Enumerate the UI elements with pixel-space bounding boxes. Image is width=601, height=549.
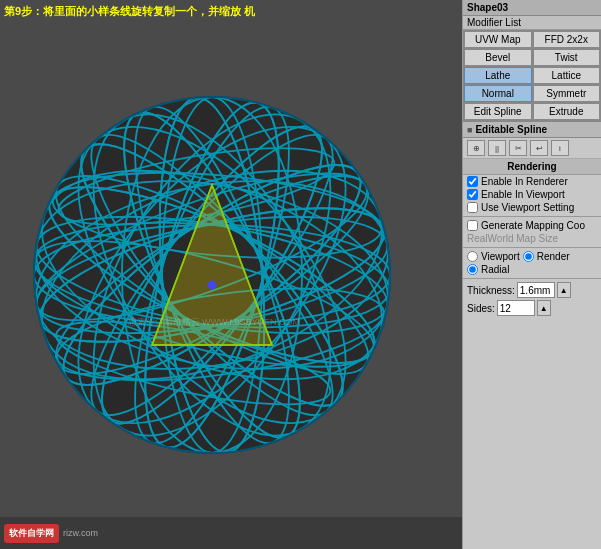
- separator-2: [463, 247, 601, 248]
- realworld-map-option: RealWorld Map Size: [463, 232, 601, 245]
- modifier-ffd[interactable]: FFD 2x2x: [533, 31, 601, 48]
- renderer-radio-label: Render: [537, 251, 570, 262]
- editable-spline-section[interactable]: ■ Editable Spline: [463, 122, 601, 138]
- sides-label: Sides:: [467, 303, 495, 314]
- generate-mapping-option[interactable]: Generate Mapping Coo: [463, 219, 601, 232]
- modifier-list-label: Modifier List: [463, 16, 601, 30]
- right-panel: Shape03 Modifier List UVW Map FFD 2x2x B…: [462, 0, 601, 549]
- generate-mapping-checkbox[interactable]: [467, 220, 478, 231]
- modifier-edit-spline[interactable]: Edit Spline: [464, 103, 532, 120]
- radial-option[interactable]: Radial: [463, 263, 601, 276]
- tool-icon-undo[interactable]: ↩: [530, 140, 548, 156]
- modifier-grid: UVW Map FFD 2x2x Bevel Twist Lathe Latti…: [463, 30, 601, 122]
- thickness-label: Thickness:: [467, 285, 515, 296]
- toolbar-row: ⊕ || ✂ ↩ i: [463, 138, 601, 159]
- panel-title: Shape03: [463, 0, 601, 16]
- modifier-uvw-map[interactable]: UVW Map: [464, 31, 532, 48]
- tool-icon-1[interactable]: ⊕: [467, 140, 485, 156]
- enable-in-renderer-option[interactable]: Enable In Renderer: [463, 175, 601, 188]
- separator-3: [463, 278, 601, 279]
- modifier-extrude[interactable]: Extrude: [533, 103, 601, 120]
- renderer-radio[interactable]: [523, 251, 534, 262]
- enable-in-renderer-checkbox[interactable]: [467, 176, 478, 187]
- tool-icon-2[interactable]: ||: [488, 140, 506, 156]
- enable-in-viewport-label: Enable In Viewport: [481, 189, 565, 200]
- sides-spin-up[interactable]: ▲: [537, 300, 551, 316]
- thickness-row: Thickness: ▲: [463, 281, 601, 299]
- tool-icon-scissors[interactable]: ✂: [509, 140, 527, 156]
- sides-row: Sides: ▲: [463, 299, 601, 317]
- realworld-map-label: RealWorld Map Size: [467, 233, 558, 244]
- rendering-header: Rendering: [463, 159, 601, 175]
- modifier-bevel[interactable]: Bevel: [464, 49, 532, 66]
- thickness-spin-up[interactable]: ▲: [557, 282, 571, 298]
- use-viewport-setting-label: Use Viewport Setting: [481, 202, 574, 213]
- viewport-radio[interactable]: [467, 251, 478, 262]
- rendering-section: Rendering Enable In Renderer Enable In V…: [463, 159, 601, 549]
- modifier-symmetry[interactable]: Symmetr: [533, 85, 601, 102]
- viewport[interactable]: 第9步：将里面的小样条线旋转复制一个，并缩放 机: [0, 0, 462, 549]
- modifier-twist[interactable]: Twist: [533, 49, 601, 66]
- logo-badge-1: 软件自学网: [4, 524, 59, 543]
- watermark-text: 思索你订阅价格云 WWW.MISSYUEN.COM: [128, 316, 301, 329]
- modifier-lathe[interactable]: Lathe: [464, 67, 532, 84]
- sides-input[interactable]: [497, 300, 535, 316]
- enable-in-renderer-label: Enable In Renderer: [481, 176, 568, 187]
- viewport-renderer-radio-group[interactable]: Viewport Render: [463, 250, 601, 263]
- editable-spline-label: Editable Spline: [475, 124, 547, 135]
- use-viewport-setting-option[interactable]: Use Viewport Setting: [463, 201, 601, 214]
- viewport-radio-label: Viewport: [481, 251, 520, 262]
- radial-radio[interactable]: [467, 264, 478, 275]
- generate-mapping-label: Generate Mapping Coo: [481, 220, 585, 231]
- viewport-bottom-bar: 软件自学网 rizw.com: [0, 517, 462, 549]
- expand-icon: ■: [467, 125, 472, 135]
- modifier-lattice[interactable]: Lattice: [533, 67, 601, 84]
- modifier-normal[interactable]: Normal: [464, 85, 532, 102]
- 3d-viewport-sphere: [22, 85, 402, 465]
- tool-icon-info[interactable]: i: [551, 140, 569, 156]
- separator-1: [463, 216, 601, 217]
- viewport-instruction-label: 第9步：将里面的小样条线旋转复制一个，并缩放 机: [4, 4, 255, 19]
- radial-label: Radial: [481, 264, 509, 275]
- enable-in-viewport-checkbox[interactable]: [467, 189, 478, 200]
- thickness-input[interactable]: [517, 282, 555, 298]
- logo-text: rizw.com: [63, 528, 98, 538]
- use-viewport-setting-checkbox[interactable]: [467, 202, 478, 213]
- enable-in-viewport-option[interactable]: Enable In Viewport: [463, 188, 601, 201]
